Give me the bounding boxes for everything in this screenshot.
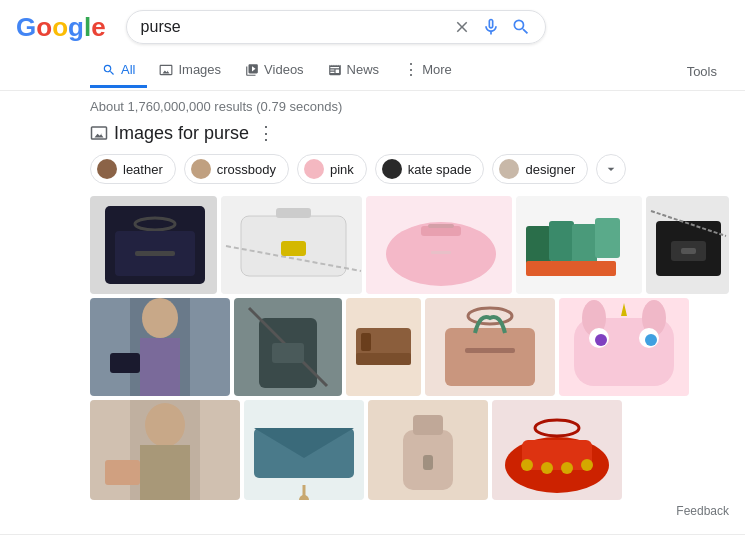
image-cell-crossbody[interactable] <box>234 298 342 396</box>
images-section-icon <box>90 124 108 142</box>
clear-button[interactable] <box>453 18 471 36</box>
svg-rect-64 <box>413 415 443 435</box>
header: Google <box>0 0 745 44</box>
image-cell-unicorn-bag[interactable] <box>559 298 689 396</box>
image-cell-teal-envelope[interactable] <box>244 400 364 500</box>
svg-rect-55 <box>140 445 190 500</box>
svg-rect-56 <box>105 460 140 485</box>
news-nav-icon <box>328 63 342 77</box>
svg-rect-20 <box>526 261 616 276</box>
image-cell-person-bag[interactable] <box>90 298 230 396</box>
logo-e: e <box>91 12 105 43</box>
svg-rect-18 <box>572 224 597 264</box>
svg-point-51 <box>645 334 657 346</box>
image-cell-black-chain-bag[interactable] <box>646 196 729 294</box>
nav-item-all[interactable]: All <box>90 54 147 88</box>
svg-rect-34 <box>272 343 304 363</box>
search-icons <box>453 17 531 37</box>
chips-expand-button[interactable] <box>596 154 626 184</box>
search-icon <box>511 17 531 37</box>
chip-pink[interactable]: pink <box>297 154 367 184</box>
chip-pink-icon <box>304 159 324 179</box>
image-row-2 <box>90 298 729 396</box>
logo-l: l <box>84 12 91 43</box>
svg-rect-4 <box>135 251 175 256</box>
results-count: About 1,760,000,000 results (0.79 second… <box>90 99 342 114</box>
svg-rect-29 <box>140 338 180 396</box>
svg-point-50 <box>595 334 607 346</box>
divider <box>0 534 745 535</box>
logo-g2: g <box>68 12 84 43</box>
svg-rect-25 <box>681 248 696 254</box>
logo-o2: o <box>52 12 68 43</box>
image-cell-pink-tote[interactable] <box>425 298 555 396</box>
feedback-label: Feedback <box>676 504 729 518</box>
svg-rect-13 <box>428 224 454 228</box>
image-cell-colorful-wallets[interactable] <box>516 196 643 294</box>
svg-rect-7 <box>276 208 311 218</box>
image-cell-red-purse[interactable] <box>492 400 622 500</box>
image-cell-black-purse[interactable] <box>90 196 217 294</box>
svg-rect-9 <box>281 241 306 256</box>
image-cell-pink-purse[interactable] <box>366 196 512 294</box>
logo-o1: o <box>36 12 52 43</box>
svg-point-71 <box>541 462 553 474</box>
search-bar <box>126 10 546 44</box>
nav-item-videos[interactable]: Videos <box>233 54 316 88</box>
filter-chips: leather crossbody pink kate spade design… <box>90 154 729 184</box>
chip-designer-icon <box>499 159 519 179</box>
svg-point-72 <box>561 462 573 474</box>
svg-rect-37 <box>356 353 411 365</box>
nav-images-label: Images <box>178 62 221 77</box>
svg-rect-65 <box>423 455 433 470</box>
image-grid <box>90 196 729 500</box>
chevron-down-icon <box>603 161 619 177</box>
svg-rect-42 <box>465 348 515 353</box>
svg-rect-19 <box>595 218 620 258</box>
search-button[interactable] <box>511 17 531 37</box>
logo-g: G <box>16 12 36 43</box>
svg-rect-16 <box>526 226 551 266</box>
images-nav-icon <box>159 63 173 77</box>
image-cell-brown-wallet[interactable] <box>346 298 421 396</box>
images-title: Images for purse <box>90 123 249 144</box>
image-cell-evening-bag[interactable] <box>368 400 488 500</box>
image-row-3 <box>90 400 729 500</box>
image-cell-white-chain-bag[interactable] <box>221 196 362 294</box>
images-section: Images for purse ⋮ leather crossbody pin… <box>0 118 745 504</box>
nav-item-news[interactable]: News <box>316 54 392 88</box>
nav-bar: All Images Videos News ⋮ More Tools <box>0 44 745 91</box>
videos-nav-icon <box>245 63 259 77</box>
svg-point-73 <box>581 459 593 471</box>
chip-leather[interactable]: leather <box>90 154 176 184</box>
nav-more-label: More <box>422 62 452 77</box>
search-input[interactable] <box>141 18 445 36</box>
microphone-icon <box>481 17 501 37</box>
svg-rect-38 <box>361 333 371 351</box>
chip-designer[interactable]: designer <box>492 154 588 184</box>
svg-rect-40 <box>445 328 535 386</box>
feedback-link[interactable]: Feedback <box>0 504 745 526</box>
chip-crossbody[interactable]: crossbody <box>184 154 289 184</box>
svg-rect-14 <box>431 251 451 254</box>
svg-rect-30 <box>110 353 140 373</box>
nav-item-images[interactable]: Images <box>147 54 233 88</box>
chip-kate-spade-label: kate spade <box>408 162 472 177</box>
chip-kate-spade[interactable]: kate spade <box>375 154 485 184</box>
nav-news-label: News <box>347 62 380 77</box>
voice-search-button[interactable] <box>481 17 501 37</box>
image-cell-shoulder-bag[interactable] <box>90 400 240 500</box>
more-dots-icon: ⋮ <box>403 60 419 79</box>
chip-designer-label: designer <box>525 162 575 177</box>
svg-point-54 <box>145 403 185 447</box>
images-header: Images for purse ⋮ <box>90 122 729 144</box>
nav-item-more[interactable]: ⋮ More <box>391 52 464 90</box>
tools-button[interactable]: Tools <box>675 56 729 87</box>
nav-videos-label: Videos <box>264 62 304 77</box>
google-logo[interactable]: Google <box>16 12 106 43</box>
chip-crossbody-label: crossbody <box>217 162 276 177</box>
results-info: About 1,760,000,000 results (0.79 second… <box>0 91 745 118</box>
images-more-options-button[interactable]: ⋮ <box>257 122 275 144</box>
chip-pink-label: pink <box>330 162 354 177</box>
svg-point-28 <box>142 298 178 338</box>
